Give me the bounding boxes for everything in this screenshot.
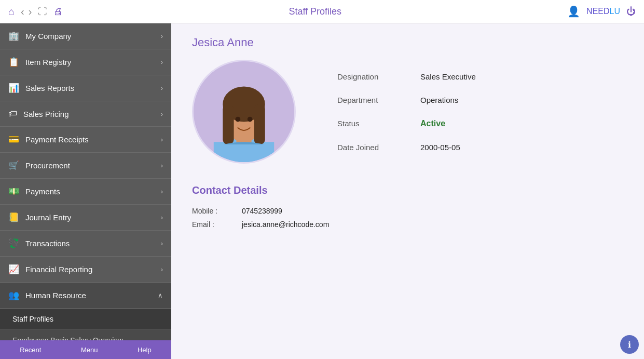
sidebar-item-transactions[interactable]: 💱 Transactions › bbox=[0, 231, 171, 257]
logo-lu: LU bbox=[610, 7, 620, 16]
chevron-down-icon: ∧ bbox=[158, 291, 163, 299]
mobile-value: 0745238999 bbox=[242, 207, 282, 215]
chevron-right-icon: › bbox=[161, 188, 163, 195]
home-icon[interactable]: ⌂ bbox=[8, 6, 15, 18]
profile-section: Designation Sales Executive Department O… bbox=[192, 60, 623, 164]
sales-pricing-icon: 🏷 bbox=[8, 109, 17, 119]
my-company-icon: 🏢 bbox=[8, 31, 19, 42]
footer-recent[interactable]: Recent bbox=[20, 346, 41, 354]
sidebar-item-label: Journal Entry bbox=[25, 213, 161, 222]
chevron-right-icon: › bbox=[161, 58, 163, 66]
journal-entry-icon: 📒 bbox=[8, 212, 19, 223]
sidebar-scroll[interactable]: 🏢 My Company › 📋 Item Registry › 📊 Sales… bbox=[0, 23, 171, 340]
sidebar-item-label: Sales Reports bbox=[25, 84, 161, 92]
svg-point-9 bbox=[236, 117, 241, 122]
footer-menu[interactable]: Menu bbox=[81, 346, 98, 354]
chevron-right-icon: › bbox=[161, 136, 163, 143]
sidebar-item-label: Item Registry bbox=[25, 58, 161, 67]
email-row: Email : jesica.anne@richcode.com bbox=[192, 220, 623, 229]
chevron-right-icon: › bbox=[161, 214, 163, 221]
sidebar-item-label: Transactions bbox=[25, 239, 161, 248]
profile-details: Designation Sales Executive Department O… bbox=[337, 60, 476, 164]
sidebar-item-label: Procurement bbox=[25, 161, 161, 170]
sidebar-item-sales-pricing[interactable]: 🏷 Sales Pricing › bbox=[0, 101, 171, 127]
status-label: Status bbox=[337, 119, 400, 128]
power-icon[interactable]: ⏻ bbox=[626, 6, 636, 17]
payment-receipts-icon: 💳 bbox=[8, 134, 19, 145]
designation-row: Designation Sales Executive bbox=[337, 72, 476, 81]
logo-need: NEED bbox=[586, 7, 609, 16]
item-registry-icon: 📋 bbox=[8, 57, 19, 68]
sidebar-item-payments[interactable]: 💵 Payments › bbox=[0, 179, 171, 205]
department-row: Department Operations bbox=[337, 96, 476, 104]
sidebar-item-label: Payment Receipts bbox=[25, 135, 161, 144]
sidebar-item-procurement[interactable]: 🛒 Procurement › bbox=[0, 153, 171, 179]
email-value: jesica.anne@richcode.com bbox=[242, 220, 329, 229]
email-label: Email : bbox=[192, 220, 234, 229]
sidebar-item-journal-entry[interactable]: 📒 Journal Entry › bbox=[0, 205, 171, 231]
logo: NEEDLU bbox=[586, 7, 620, 16]
human-resource-icon: 👥 bbox=[8, 290, 19, 301]
employee-name: Jesica Anne bbox=[192, 36, 623, 49]
contact-title: Contact Details bbox=[192, 184, 623, 196]
contact-section: Contact Details Mobile : 0745238999 Emai… bbox=[192, 184, 623, 229]
sidebar-subitem-employees-basic-salary[interactable]: Employees Basic Salary Overview bbox=[0, 330, 171, 340]
info-icon: ℹ bbox=[628, 340, 631, 350]
designation-label: Designation bbox=[337, 72, 400, 81]
footer-help[interactable]: Help bbox=[138, 346, 152, 354]
content-area: Jesica Anne bbox=[171, 23, 644, 359]
sidebar-footer: Recent Menu Help bbox=[0, 340, 171, 359]
svg-rect-3 bbox=[214, 142, 274, 162]
page-title: Staff Profiles bbox=[289, 6, 341, 17]
info-button[interactable]: ℹ bbox=[620, 335, 639, 354]
sidebar-item-human-resource[interactable]: 👥 Human Resource ∧ bbox=[0, 283, 171, 309]
topbar-left: ⌂ ‹ › ⛶ 🖨 bbox=[8, 6, 63, 18]
sidebar-item-payment-receipts[interactable]: 💳 Payment Receipts › bbox=[0, 127, 171, 153]
svg-point-10 bbox=[248, 117, 253, 122]
date-joined-label: Date Joined bbox=[337, 143, 400, 152]
transactions-icon: 💱 bbox=[8, 238, 19, 249]
sidebar-item-item-registry[interactable]: 📋 Item Registry › bbox=[0, 49, 171, 75]
chevron-right-icon: › bbox=[161, 162, 163, 169]
chevron-right-icon: › bbox=[161, 84, 163, 92]
sidebar: 🏢 My Company › 📋 Item Registry › 📊 Sales… bbox=[0, 23, 171, 359]
sidebar-item-label: Financial Reporting bbox=[25, 265, 161, 274]
payments-icon: 💵 bbox=[8, 186, 19, 197]
topbar-right: 👤 NEEDLU ⏻ bbox=[567, 5, 636, 18]
procurement-icon: 🛒 bbox=[8, 160, 19, 171]
avatar-svg bbox=[194, 61, 294, 162]
sidebar-item-label: Sales Pricing bbox=[23, 110, 161, 118]
chevron-right-icon: › bbox=[161, 110, 163, 118]
sidebar-item-sales-reports[interactable]: 📊 Sales Reports › bbox=[0, 75, 171, 101]
svg-rect-7 bbox=[223, 104, 234, 144]
chevron-right-icon: › bbox=[161, 265, 163, 273]
main-layout: 🏢 My Company › 📋 Item Registry › 📊 Sales… bbox=[0, 23, 644, 359]
department-label: Department bbox=[337, 96, 400, 104]
sidebar-subitem-staff-profiles[interactable]: Staff Profiles bbox=[0, 309, 171, 330]
user-icon[interactable]: 👤 bbox=[567, 5, 580, 18]
print-icon[interactable]: 🖨 bbox=[53, 6, 63, 17]
sidebar-item-my-company[interactable]: 🏢 My Company › bbox=[0, 23, 171, 49]
expand-icon[interactable]: ⛶ bbox=[38, 6, 47, 17]
chevron-right-icon: › bbox=[161, 240, 163, 247]
back-icon[interactable]: ‹ bbox=[21, 6, 24, 18]
forward-icon[interactable]: › bbox=[29, 6, 32, 18]
mobile-label: Mobile : bbox=[192, 207, 234, 215]
mobile-row: Mobile : 0745238999 bbox=[192, 207, 623, 215]
status-value: Active bbox=[420, 119, 445, 128]
svg-rect-8 bbox=[254, 104, 265, 144]
status-row: Status Active bbox=[337, 119, 476, 128]
date-joined-value: 2000-05-05 bbox=[420, 143, 460, 152]
sidebar-item-label: My Company bbox=[25, 32, 161, 41]
topbar: ⌂ ‹ › ⛶ 🖨 Staff Profiles 👤 NEEDLU ⏻ bbox=[0, 0, 644, 23]
department-value: Operations bbox=[420, 96, 458, 104]
designation-value: Sales Executive bbox=[420, 72, 476, 81]
chevron-right-icon: › bbox=[161, 32, 163, 40]
sidebar-item-financial-reporting[interactable]: 📈 Financial Reporting › bbox=[0, 257, 171, 283]
sales-reports-icon: 📊 bbox=[8, 83, 19, 94]
sidebar-item-label: Human Resource bbox=[25, 291, 158, 300]
avatar bbox=[192, 60, 296, 164]
topbar-nav: ‹ › bbox=[21, 6, 32, 18]
date-joined-row: Date Joined 2000-05-05 bbox=[337, 143, 476, 152]
sidebar-submenu-human-resource: Staff Profiles Employees Basic Salary Ov… bbox=[0, 309, 171, 340]
